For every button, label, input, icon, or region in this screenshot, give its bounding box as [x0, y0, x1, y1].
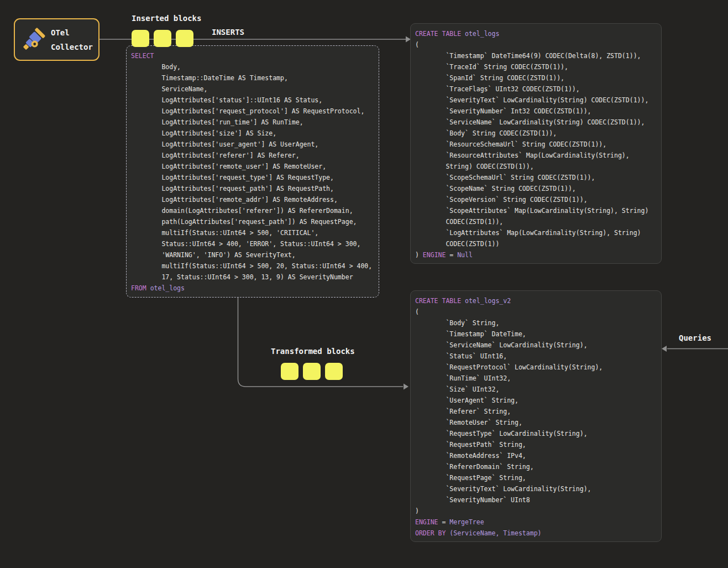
transformed-block [303, 363, 321, 380]
code-line: `TraceFlags` UInt32 CODEC(ZSTD(1)), [415, 84, 657, 95]
otel-collector-label-line2: Collector [51, 40, 93, 54]
code-line: `ResourceSchemaUrl` String CODEC(ZSTD(1)… [415, 139, 657, 150]
code-line: `RequestProtocol` LowCardinality(String)… [415, 362, 657, 373]
code-line: `LogAttributes` Map(LowCardinality(Strin… [415, 227, 657, 238]
inserted-block [132, 30, 149, 47]
code-line: ServiceName, [131, 84, 374, 95]
code-line: 17, Status::UInt64 > 300, 13, 9) AS Seve… [131, 272, 374, 283]
code-line: LogAttributes['run_time'] AS RunTime, [131, 117, 374, 128]
code-line: `SeverityText` LowCardinality(String), [415, 483, 657, 494]
code-line: `ScopeAttributes` Map(LowCardinality(Str… [415, 205, 657, 216]
code-line: `ResourceAttributes` Map(LowCardinality(… [415, 150, 657, 161]
code-line: ORDER BY (ServiceName, Timestamp) [415, 528, 657, 539]
inserted-block [176, 30, 193, 47]
code-line: ) ENGINE = Null [415, 249, 657, 260]
code-line: LogAttributes['request_protocol'] AS Req… [131, 106, 374, 117]
code-line: LogAttributes['remote_addr'] AS RemoteAd… [131, 194, 374, 205]
inserted-blocks-label: Inserted blocks [132, 14, 201, 23]
code-line: `RequestPath` String, [415, 439, 657, 450]
code-line: `Size` UInt32, [415, 384, 657, 395]
code-line: `Body` String, [415, 317, 657, 329]
code-line: LogAttributes['request_path'] AS Request… [131, 183, 374, 194]
code-line: `ScopeName` String CODEC(ZSTD(1)), [415, 183, 657, 194]
queries-arrow-label: Queries [679, 333, 711, 342]
code-line: LogAttributes['request_type'] AS Request… [131, 172, 374, 183]
code-line: `SeverityText` LowCardinality(String) CO… [415, 95, 657, 106]
code-line: `RemoteAddress` IPv4, [415, 450, 657, 461]
queries-arrowhead [662, 346, 667, 352]
code-line: `ServiceName` LowCardinality(String) COD… [415, 117, 657, 128]
code-line: SELECT [131, 50, 374, 61]
inserted-block [154, 30, 171, 47]
transformed-blocks-label: Transformed blocks [271, 347, 355, 356]
code-line: `RunTime` UInt32, [415, 373, 657, 384]
otel-logs-create-table-block: CREATE TABLE otel_logs( `Timestamp` Date… [410, 23, 662, 264]
code-line: 'WARNING', 'INFO') AS SeverityText, [131, 249, 374, 260]
code-line: `RequestPage` String, [415, 472, 657, 483]
diagram-canvas: OTel Collector Inserted blocks INSERTS S… [0, 0, 728, 568]
code-line: `Timestamp` DateTime64(9) CODEC(Delta(8)… [415, 50, 657, 61]
code-line: CODEC(ZSTD(1)) [415, 238, 657, 249]
code-line: `Status` UInt16, [415, 351, 657, 362]
transformed-block [325, 363, 343, 380]
transformed-blocks-group [281, 363, 343, 380]
code-line: path(LogAttributes['request_path']) AS R… [131, 216, 374, 227]
code-line: `Body` String CODEC(ZSTD(1)), [415, 128, 657, 139]
code-line: Body, [131, 61, 374, 72]
code-line: CREATE TABLE otel_logs [415, 28, 657, 39]
code-line: LogAttributes['user_agent'] AS UserAgent… [131, 139, 374, 150]
select-query-block: SELECT Body, Timestamp::DateTime AS Time… [126, 45, 379, 298]
code-line: `ScopeVersion` String CODEC(ZSTD(1)), [415, 194, 657, 205]
transform-arrowhead [404, 384, 408, 390]
code-line: `RefererDomain` String, [415, 461, 657, 472]
inserted-blocks-group [132, 30, 193, 47]
code-line: LogAttributes['size'] AS Size, [131, 128, 374, 139]
code-line: ) [415, 506, 657, 517]
code-line: Status::UInt64 > 400, 'ERROR', Status::U… [131, 238, 374, 249]
code-line: multiIf(Status::UInt64 > 500, 20, Status… [131, 260, 374, 272]
otel-collector-label-line1: OTel [51, 25, 93, 40]
code-line: String) CODEC(ZSTD(1)), [415, 161, 657, 172]
code-line: `SeverityNumber` UInt8 [415, 494, 657, 506]
code-line: `Referer` String, [415, 406, 657, 417]
code-line: LogAttributes['remote_user'] AS RemoteUs… [131, 161, 374, 172]
code-line: LogAttributes['status']::UInt16 AS Statu… [131, 95, 374, 106]
code-line: `SeverityNumber` Int32 CODEC(ZSTD(1)), [415, 106, 657, 117]
otel-logs-v2-create-table-block: CREATE TABLE otel_logs_v2( `Body` String… [410, 290, 662, 542]
code-line: `ScopeSchemaUrl` String CODEC(ZSTD(1)), [415, 172, 657, 183]
code-line: `UserAgent` String, [415, 395, 657, 406]
code-line: ENGINE = MergeTree [415, 517, 657, 528]
code-line: Timestamp::DateTime AS Timestamp, [131, 72, 374, 84]
code-line: multiIf(Status::UInt64 > 500, 'CRITICAL'… [131, 227, 374, 238]
otel-collector-label: OTel Collector [51, 25, 93, 54]
code-line: FROM otel_logs [131, 283, 374, 294]
code-line: CREATE TABLE otel_logs_v2 [415, 295, 657, 306]
transformed-block [281, 363, 298, 380]
code-line: CODEC(ZSTD(1)), [415, 216, 657, 227]
code-line: domain(LogAttributes['referer']) AS Refe… [131, 205, 374, 216]
otel-collector-node: OTel Collector [14, 18, 99, 61]
inserts-arrow-label: INSERTS [212, 28, 244, 37]
code-line: `ServiceName` LowCardinality(String), [415, 340, 657, 351]
code-line: `Timestamp` DateTime, [415, 329, 657, 340]
code-line: ( [415, 306, 657, 317]
code-line: `RequestType` LowCardinality(String), [415, 428, 657, 439]
telescope-icon [20, 27, 46, 53]
code-line: `RemoteUser` String, [415, 417, 657, 428]
code-line: LogAttributes['referer'] AS Referer, [131, 150, 374, 161]
code-line: `SpanId` String CODEC(ZSTD(1)), [415, 72, 657, 84]
code-line: `TraceId` String CODEC(ZSTD(1)), [415, 61, 657, 72]
code-line: ( [415, 39, 657, 50]
